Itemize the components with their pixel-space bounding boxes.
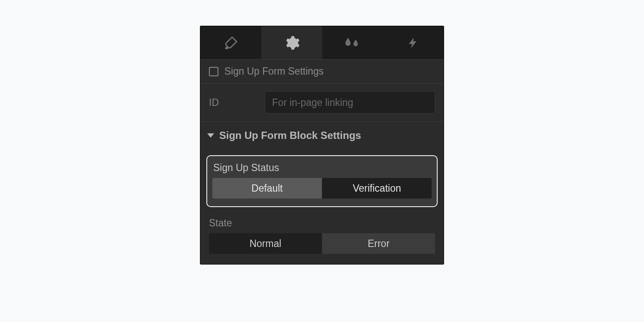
block-settings-title: Sign Up Form Block Settings — [219, 129, 361, 141]
section-title-row: Sign Up Form Settings — [200, 60, 444, 84]
drops-icon — [343, 36, 362, 50]
id-label: ID — [209, 97, 256, 108]
signup-status-box: Sign Up Status Default Verification — [206, 155, 438, 207]
tab-brush[interactable] — [200, 26, 261, 59]
signup-status-option-verification[interactable]: Verification — [322, 178, 432, 199]
section-title: Sign Up Form Settings — [224, 66, 324, 77]
chevron-down-icon — [207, 133, 214, 138]
section-checkbox[interactable] — [209, 67, 218, 76]
id-input[interactable] — [265, 91, 435, 114]
gear-icon — [284, 35, 300, 51]
state-segmented: Normal Error — [209, 233, 435, 254]
tab-interactions[interactable] — [383, 26, 444, 59]
state-option-normal[interactable]: Normal — [209, 233, 322, 254]
id-row: ID — [200, 84, 444, 122]
signup-status-option-label: Verification — [353, 183, 401, 194]
signup-status-segmented: Default Verification — [212, 178, 432, 199]
signup-status-label: Sign Up Status — [212, 161, 432, 178]
tab-settings[interactable] — [261, 26, 322, 59]
state-label: State — [209, 215, 435, 233]
brush-icon — [223, 35, 239, 51]
signup-status-option-label: Default — [251, 183, 283, 194]
state-option-label: Error — [368, 238, 390, 250]
block-settings-header[interactable]: Sign Up Form Block Settings — [200, 122, 444, 149]
state-option-label: Normal — [249, 238, 281, 250]
state-option-error[interactable]: Error — [322, 233, 435, 254]
panel-frame: Sign Up Form Settings ID Sign Up Form Bl… — [200, 26, 444, 265]
signup-status-option-default[interactable]: Default — [212, 178, 322, 199]
panel-tabs — [200, 26, 444, 60]
tab-effects[interactable] — [322, 26, 383, 59]
settings-panel: Sign Up Form Settings ID Sign Up Form Bl… — [200, 26, 444, 264]
bolt-icon — [407, 35, 420, 51]
state-block: State Normal Error — [200, 211, 444, 264]
